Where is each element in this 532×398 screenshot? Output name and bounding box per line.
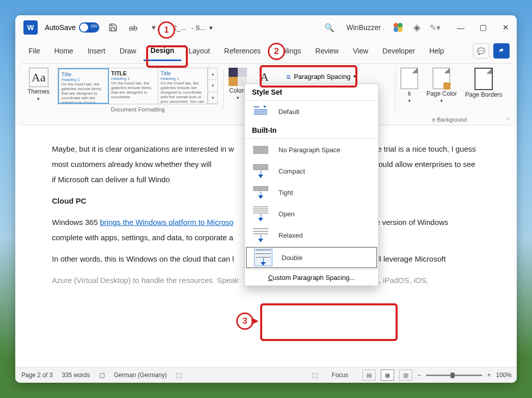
themes-icon: Aa [29,68,48,87]
gallery-scroll[interactable]: ▴▾▾ [208,68,217,104]
autosave-toggle[interactable]: On [79,22,99,33]
page-color-icon [433,68,450,89]
dd-builtin-header: Built-In [245,122,378,139]
page-color-button[interactable]: Page Color▾ [426,68,457,103]
close-button[interactable]: ✕ [494,17,517,38]
display-settings-icon[interactable]: ⬚ [312,372,318,379]
callout-1: 1 [158,21,175,39]
menu-file[interactable]: File [21,41,47,61]
page-bg-label: e Background [432,117,467,123]
callout-2: 2 [268,43,285,60]
doc-format-label: Document Formatting [111,106,165,112]
spellcheck-icon[interactable]: ▢ [99,372,105,379]
accessibility-icon[interactable]: ⬚ [176,372,182,379]
web-layout-button[interactable]: ▥ [399,369,412,381]
save-icon[interactable] [106,21,120,34]
menu-developer[interactable]: Developer [375,41,422,61]
dd-tight[interactable]: Tight [245,182,378,203]
dd-compact[interactable]: Compact [245,160,378,182]
share-button[interactable] [493,43,510,59]
print-layout-button[interactable]: ▦ [381,369,394,381]
page-indicator[interactable]: Page 2 of 3 [21,372,52,379]
dd-style-set-header: Style Set [245,84,378,101]
svg-point-3 [398,27,403,32]
callout-3-arrow [251,318,259,325]
autosave-label: AutoSave [45,23,76,32]
language-indicator[interactable]: German (Germany) [114,372,167,379]
menu-review[interactable]: Review [308,41,346,61]
ribbon-collapse-icon[interactable]: ⌵ [507,115,510,121]
dd-default[interactable]: Default [245,101,378,122]
diamond-icon[interactable]: ◈ [413,22,421,33]
menu-insert[interactable]: Insert [80,41,113,61]
paragraph-spacing-icon: ≡ [286,72,291,81]
window-title: WinBuzzer . [347,23,385,32]
dd-relaxed[interactable]: Relaxed [245,224,378,246]
word-app-icon: W [23,20,38,35]
menu-draw[interactable]: Draw [113,41,144,61]
focus-button[interactable]: Focus [332,372,349,379]
dd-double[interactable]: Double [246,247,377,268]
paragraph-spacing-dropdown: Style Set Default Built-In No Paragraph … [244,83,379,286]
menu-layout[interactable]: Layout [181,41,217,61]
maximize-button[interactable]: ▢ [472,17,494,38]
minimize-button[interactable]: — [450,17,472,38]
paragraph-spacing-button[interactable]: ≡ Paragraph Spacing ▾ [282,70,360,83]
style-preview-2[interactable]: TITLEHeading 1On the Insert tab, the gal… [109,68,158,104]
comments-button[interactable]: 💬 [473,43,489,59]
zoom-out-button[interactable]: − [417,372,421,379]
page-borders-icon [474,68,493,90]
strikethrough-icon[interactable]: ab [127,21,140,34]
menu-design[interactable]: Design [144,41,182,61]
watermark-button[interactable]: k▾ [401,68,418,103]
styles-gallery[interactable]: TitleHeading 1On the Insert tab, the gal… [58,68,218,104]
dd-custom-spacing[interactable]: Custom Paragraph Spacing... [245,269,378,286]
pen-icon[interactable]: ✎▾ [430,23,440,33]
callout-3: 3 [236,312,254,330]
link-windows-platform[interactable]: brings the Windows platform to Microso [100,218,234,226]
zoom-slider[interactable] [426,375,482,376]
read-mode-button[interactable]: ▤ [362,369,376,381]
dd-no-paragraph-space[interactable]: No Paragraph Space [245,139,378,160]
present-icon[interactable] [392,21,404,34]
menu-view[interactable]: View [346,41,375,61]
document-name[interactable]: 02_... - S... ▾ [170,24,213,32]
menu-references[interactable]: References [217,41,268,61]
heading-cloud-pc: Cloud PC [52,196,87,205]
zoom-in-button[interactable]: + [487,372,491,379]
style-preview-1[interactable]: TitleHeading 1On the Insert tab, the gal… [58,68,109,104]
page-borders-button[interactable]: Page Borders [465,68,502,98]
watermark-icon [401,68,418,89]
style-preview-3[interactable]: TitleHeading 1On the Insert tab, the gal… [158,68,208,104]
dd-open[interactable]: Open [245,203,378,224]
menu-home[interactable]: Home [47,41,80,61]
default-icon [252,103,269,120]
menu-help[interactable]: Help [422,41,451,61]
search-icon[interactable]: 🔍 [324,23,334,33]
themes-button[interactable]: Aa Themes▾ [27,68,49,101]
word-count[interactable]: 335 words [62,372,90,379]
zoom-level[interactable]: 100% [496,372,512,379]
themes-label: Themes [27,88,49,95]
